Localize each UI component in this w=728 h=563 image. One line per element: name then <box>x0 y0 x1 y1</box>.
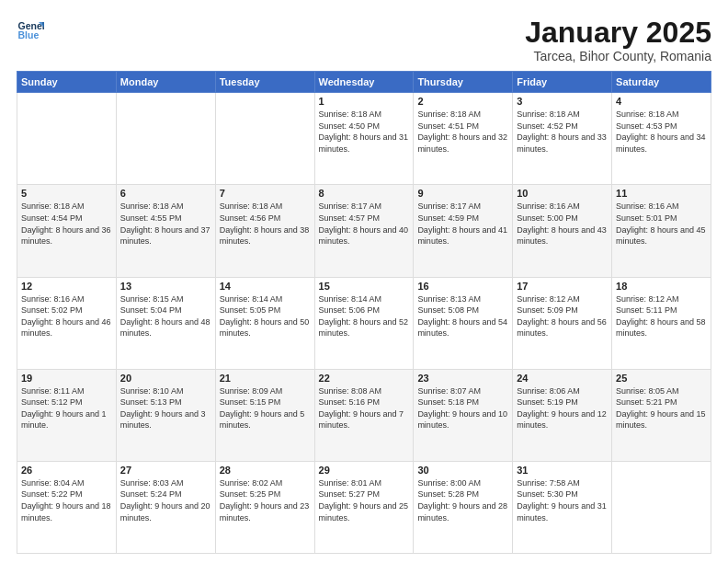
table-row: 22Sunrise: 8:08 AM Sunset: 5:16 PM Dayli… <box>314 369 414 461</box>
day-info: Sunrise: 8:18 AM Sunset: 4:53 PM Dayligh… <box>616 109 707 155</box>
table-row: 14Sunrise: 8:14 AM Sunset: 5:05 PM Dayli… <box>215 277 314 369</box>
page: General Blue January 2025 Tarcea, Bihor … <box>0 0 728 563</box>
table-row: 16Sunrise: 8:13 AM Sunset: 5:08 PM Dayli… <box>414 277 513 369</box>
day-number: 5 <box>21 188 112 199</box>
day-number: 8 <box>319 188 410 199</box>
day-number: 17 <box>517 281 608 292</box>
day-number: 1 <box>319 96 410 107</box>
col-wednesday: Wednesday <box>314 72 414 93</box>
day-number: 11 <box>616 188 707 199</box>
day-number: 15 <box>319 281 410 292</box>
table-row: 19Sunrise: 8:11 AM Sunset: 5:12 PM Dayli… <box>17 369 117 461</box>
main-title: January 2025 <box>525 17 711 49</box>
calendar-week-row: 26Sunrise: 8:04 AM Sunset: 5:22 PM Dayli… <box>17 461 711 553</box>
table-row: 2Sunrise: 8:18 AM Sunset: 4:51 PM Daylig… <box>414 93 513 185</box>
day-info: Sunrise: 8:14 AM Sunset: 5:05 PM Dayligh… <box>220 293 311 339</box>
day-number: 20 <box>120 373 211 384</box>
table-row: 12Sunrise: 8:16 AM Sunset: 5:02 PM Dayli… <box>17 277 117 369</box>
day-info: Sunrise: 8:09 AM Sunset: 5:15 PM Dayligh… <box>220 385 311 431</box>
day-number: 7 <box>220 188 311 199</box>
day-info: Sunrise: 8:12 AM Sunset: 5:09 PM Dayligh… <box>517 293 608 339</box>
svg-text:Blue: Blue <box>18 29 40 40</box>
table-row: 27Sunrise: 8:03 AM Sunset: 5:24 PM Dayli… <box>116 461 215 553</box>
day-number: 26 <box>21 465 112 476</box>
header: General Blue January 2025 Tarcea, Bihor … <box>17 17 711 63</box>
day-number: 31 <box>517 465 608 476</box>
day-info: Sunrise: 8:07 AM Sunset: 5:18 PM Dayligh… <box>417 385 508 431</box>
table-row: 20Sunrise: 8:10 AM Sunset: 5:13 PM Dayli… <box>116 369 215 461</box>
table-row: 9Sunrise: 8:17 AM Sunset: 4:59 PM Daylig… <box>414 185 513 277</box>
day-info: Sunrise: 8:16 AM Sunset: 5:00 PM Dayligh… <box>517 201 608 247</box>
day-number: 27 <box>120 465 211 476</box>
table-row: 31Sunrise: 7:58 AM Sunset: 5:30 PM Dayli… <box>513 461 612 553</box>
day-info: Sunrise: 8:14 AM Sunset: 5:06 PM Dayligh… <box>319 293 410 339</box>
day-info: Sunrise: 8:01 AM Sunset: 5:27 PM Dayligh… <box>319 477 410 523</box>
table-row: 3Sunrise: 8:18 AM Sunset: 4:52 PM Daylig… <box>513 93 612 185</box>
day-number: 12 <box>21 281 112 292</box>
day-info: Sunrise: 8:16 AM Sunset: 5:01 PM Dayligh… <box>616 201 707 247</box>
day-info: Sunrise: 8:00 AM Sunset: 5:28 PM Dayligh… <box>417 477 508 523</box>
day-number: 18 <box>616 281 707 292</box>
table-row: 29Sunrise: 8:01 AM Sunset: 5:27 PM Dayli… <box>314 461 414 553</box>
day-info: Sunrise: 8:15 AM Sunset: 5:04 PM Dayligh… <box>120 293 211 339</box>
table-row: 23Sunrise: 8:07 AM Sunset: 5:18 PM Dayli… <box>414 369 513 461</box>
table-row: 7Sunrise: 8:18 AM Sunset: 4:56 PM Daylig… <box>215 185 314 277</box>
table-row: 24Sunrise: 8:06 AM Sunset: 5:19 PM Dayli… <box>513 369 612 461</box>
table-row <box>116 93 215 185</box>
logo-icon: General Blue <box>17 17 44 44</box>
table-row: 15Sunrise: 8:14 AM Sunset: 5:06 PM Dayli… <box>314 277 414 369</box>
day-info: Sunrise: 8:16 AM Sunset: 5:02 PM Dayligh… <box>21 293 112 339</box>
day-number: 22 <box>319 373 410 384</box>
day-info: Sunrise: 8:03 AM Sunset: 5:24 PM Dayligh… <box>120 477 211 523</box>
day-info: Sunrise: 8:17 AM Sunset: 4:59 PM Dayligh… <box>417 201 508 247</box>
day-number: 23 <box>417 373 508 384</box>
table-row <box>17 93 117 185</box>
table-row <box>215 93 314 185</box>
table-row: 4Sunrise: 8:18 AM Sunset: 4:53 PM Daylig… <box>612 93 711 185</box>
day-info: Sunrise: 8:04 AM Sunset: 5:22 PM Dayligh… <box>21 477 112 523</box>
table-row: 8Sunrise: 8:17 AM Sunset: 4:57 PM Daylig… <box>314 185 414 277</box>
table-row: 28Sunrise: 8:02 AM Sunset: 5:25 PM Dayli… <box>215 461 314 553</box>
calendar-week-row: 19Sunrise: 8:11 AM Sunset: 5:12 PM Dayli… <box>17 369 711 461</box>
day-number: 21 <box>220 373 311 384</box>
col-sunday: Sunday <box>17 72 117 93</box>
table-row: 6Sunrise: 8:18 AM Sunset: 4:55 PM Daylig… <box>116 185 215 277</box>
table-row <box>612 461 711 553</box>
day-info: Sunrise: 8:13 AM Sunset: 5:08 PM Dayligh… <box>417 293 508 339</box>
day-number: 25 <box>616 373 707 384</box>
calendar-header-row: Sunday Monday Tuesday Wednesday Thursday… <box>17 72 711 93</box>
table-row: 21Sunrise: 8:09 AM Sunset: 5:15 PM Dayli… <box>215 369 314 461</box>
day-info: Sunrise: 8:08 AM Sunset: 5:16 PM Dayligh… <box>319 385 410 431</box>
day-info: Sunrise: 8:10 AM Sunset: 5:13 PM Dayligh… <box>120 385 211 431</box>
day-number: 28 <box>220 465 311 476</box>
col-saturday: Saturday <box>612 72 711 93</box>
day-info: Sunrise: 8:05 AM Sunset: 5:21 PM Dayligh… <box>616 385 707 431</box>
table-row: 10Sunrise: 8:16 AM Sunset: 5:00 PM Dayli… <box>513 185 612 277</box>
table-row: 5Sunrise: 8:18 AM Sunset: 4:54 PM Daylig… <box>17 185 117 277</box>
day-number: 4 <box>616 96 707 107</box>
day-info: Sunrise: 8:18 AM Sunset: 4:54 PM Dayligh… <box>21 201 112 247</box>
day-info: Sunrise: 8:18 AM Sunset: 4:56 PM Dayligh… <box>220 201 311 247</box>
logo: General Blue <box>17 17 44 44</box>
day-number: 10 <box>517 188 608 199</box>
subtitle: Tarcea, Bihor County, Romania <box>525 49 711 63</box>
day-info: Sunrise: 8:06 AM Sunset: 5:19 PM Dayligh… <box>517 385 608 431</box>
table-row: 13Sunrise: 8:15 AM Sunset: 5:04 PM Dayli… <box>116 277 215 369</box>
day-info: Sunrise: 8:18 AM Sunset: 4:55 PM Dayligh… <box>120 201 211 247</box>
col-thursday: Thursday <box>414 72 513 93</box>
title-block: January 2025 Tarcea, Bihor County, Roman… <box>525 17 711 63</box>
table-row: 17Sunrise: 8:12 AM Sunset: 5:09 PM Dayli… <box>513 277 612 369</box>
day-number: 9 <box>417 188 508 199</box>
day-info: Sunrise: 8:02 AM Sunset: 5:25 PM Dayligh… <box>220 477 311 523</box>
table-row: 11Sunrise: 8:16 AM Sunset: 5:01 PM Dayli… <box>612 185 711 277</box>
day-number: 29 <box>319 465 410 476</box>
day-info: Sunrise: 7:58 AM Sunset: 5:30 PM Dayligh… <box>517 477 608 523</box>
day-info: Sunrise: 8:18 AM Sunset: 4:52 PM Dayligh… <box>517 109 608 155</box>
calendar-table: Sunday Monday Tuesday Wednesday Thursday… <box>17 71 711 554</box>
day-info: Sunrise: 8:12 AM Sunset: 5:11 PM Dayligh… <box>616 293 707 339</box>
calendar-week-row: 1Sunrise: 8:18 AM Sunset: 4:50 PM Daylig… <box>17 93 711 185</box>
day-number: 30 <box>417 465 508 476</box>
day-number: 19 <box>21 373 112 384</box>
day-number: 14 <box>220 281 311 292</box>
day-number: 2 <box>417 96 508 107</box>
